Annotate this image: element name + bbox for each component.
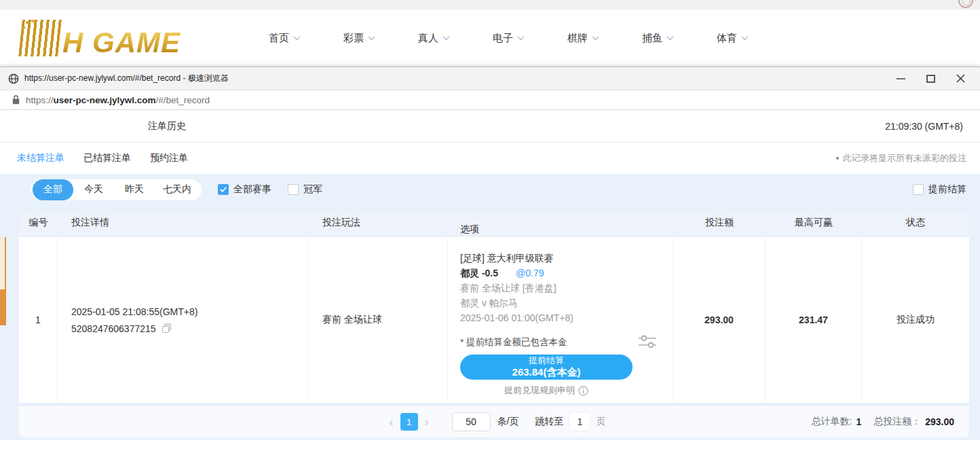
checkbox-all-events[interactable]: 全部赛事 — [218, 183, 271, 196]
checkbox-champion[interactable]: 冠军 — [288, 183, 322, 196]
selection-match-time: 2025-01-06 01:00(GMT+8) — [460, 310, 673, 325]
table-area: 编号 投注详情 投注玩法 选项 投注额 最高可赢 状态 1 2025-01-05… — [0, 205, 980, 440]
close-button[interactable] — [950, 70, 970, 88]
next-page-button[interactable]: › — [418, 416, 436, 428]
url-path: /#/bet_record — [156, 95, 210, 105]
page-size-label: 条/页 — [497, 416, 519, 428]
total-count-value: 1 — [856, 416, 861, 427]
jump-suffix-label: 页 — [596, 416, 605, 428]
nav-label: 真人 — [418, 32, 438, 45]
copy-icon[interactable] — [162, 323, 172, 333]
header-stake: 投注额 — [673, 217, 766, 229]
date-filter-group: 全部 今天 昨天 七天内 — [31, 179, 202, 200]
cell-bet-details: 2025-01-05 21:08:55(GMT+8) 5208247606377… — [58, 237, 309, 403]
sliders-icon — [638, 334, 657, 349]
total-count-label: 总计单数: — [811, 416, 852, 428]
nav-item-cards[interactable]: 棋牌 — [567, 32, 599, 45]
page-number-button[interactable]: 1 — [400, 413, 418, 431]
checkbox-label: 提前结算 — [928, 183, 966, 196]
cell-play-type: 赛前 全场让球 — [309, 237, 448, 403]
checkbox-early-settle[interactable]: 提前结算 — [913, 183, 966, 196]
nav-label: 彩票 — [343, 32, 364, 45]
maximize-button[interactable] — [920, 70, 941, 88]
minimize-icon — [897, 74, 905, 83]
cell-max-win: 231.47 — [766, 237, 862, 403]
url-scheme: https:// — [26, 95, 54, 105]
jump-to-label: 跳转至 — [535, 416, 563, 428]
selection-league: [足球] 意大利甲级联赛 — [460, 251, 673, 266]
logo-graphic — [18, 20, 62, 56]
selection-pick-line: 都灵 -0.5@0.79 — [460, 266, 673, 281]
bullet-dot-icon — [836, 157, 839, 160]
filter-all[interactable]: 全部 — [33, 179, 73, 200]
header-play-type: 投注玩法 — [309, 217, 448, 229]
logo-text: H GAME — [62, 29, 181, 56]
prev-page-button[interactable]: ‹ — [383, 416, 400, 428]
globe-icon — [8, 73, 19, 84]
checkbox-unchecked-icon — [913, 184, 924, 195]
nav-item-live[interactable]: 真人 — [418, 32, 450, 45]
cell-selection: [足球] 意大利甲级联赛 都灵 -0.5@0.79 赛前 全场让球 [香港盘] … — [448, 237, 673, 403]
site-logo[interactable]: H GAME — [20, 20, 224, 56]
nav-label: 首页 — [269, 32, 289, 45]
checkbox-unchecked-icon — [288, 184, 299, 195]
cell-row-number: 1 — [19, 237, 58, 403]
filter-today[interactable]: 今天 — [73, 179, 114, 200]
checkbox-checked-icon — [218, 184, 229, 195]
cashout-button-label: 提前结算 — [529, 356, 564, 366]
nav-item-fishing[interactable]: 捕鱼 — [642, 32, 674, 45]
totals-summary: 总计单数: 1 总投注额： 293.00 — [811, 416, 954, 428]
server-clock: 21:09:30 (GMT+8) — [885, 121, 963, 132]
selection-pick: 都灵 -0.5 — [460, 268, 498, 278]
page-size-input[interactable] — [452, 412, 491, 431]
cashout-rules-text: 提前兑现规则申明 — [504, 384, 575, 397]
chevron-down-icon — [368, 36, 375, 41]
info-icon — [578, 386, 588, 396]
bet-time: 2025-01-05 21:08:55(GMT+8) — [71, 306, 308, 317]
side-widget-ribbon[interactable] — [0, 237, 6, 289]
header-bet-details: 投注详情 — [58, 217, 309, 229]
window-title: https://user-pc-new.jylywl.com/#/bet_rec… — [24, 73, 890, 84]
chevron-down-icon — [442, 36, 450, 41]
nav-label: 棋牌 — [567, 32, 588, 45]
main-nav: 首页 彩票 真人 电子 棋牌 捕鱼 体育 — [269, 32, 791, 45]
cashout-button[interactable]: 提前结算 263.84(含本金) — [460, 355, 633, 380]
filter-seven-days[interactable]: 七天内 — [155, 179, 200, 200]
side-widget-ribbon-bottom[interactable] — [0, 289, 6, 325]
selection-match: 都灵 v 帕尔马 — [460, 295, 673, 310]
nav-item-slots[interactable]: 电子 — [493, 32, 525, 45]
bet-id: 5208247606377215 — [71, 323, 156, 334]
cashout-button-amount: 263.84(含本金) — [512, 366, 581, 378]
browser-titlebar[interactable]: https://user-pc-new.jylywl.com/#/bet_rec… — [0, 67, 980, 90]
chevron-down-icon — [741, 36, 749, 41]
selection-market: 赛前 全场让球 [香港盘] — [460, 281, 673, 295]
nav-item-sports[interactable]: 体育 — [717, 32, 749, 45]
nav-item-lottery[interactable]: 彩票 — [343, 32, 375, 45]
address-bar[interactable]: https://user-pc-new.jylywl.com/#/bet_rec… — [0, 90, 980, 110]
host-top-strip — [0, 0, 980, 10]
jump-page-input[interactable] — [569, 412, 590, 431]
minimize-button[interactable] — [890, 70, 911, 88]
cell-status: 投注成功 — [862, 237, 969, 403]
tabs-row: 未结算注单 已结算注单 预约注单 此记录将显示所有未派彩的投注 — [0, 143, 980, 174]
checkbox-label: 全部赛事 — [233, 183, 271, 196]
chevron-down-icon — [592, 36, 599, 41]
cashout-slider-button[interactable] — [638, 334, 657, 351]
nav-item-home[interactable]: 首页 — [269, 32, 301, 45]
total-stake-label: 总投注额： — [873, 416, 921, 428]
table-footer: ‹ 1 › 条/页 跳转至 页 总计单数: 1 总投注额： 293.00 — [19, 406, 969, 437]
tab-settled[interactable]: 已结算注单 — [83, 152, 131, 164]
filter-yesterday[interactable]: 昨天 — [114, 179, 155, 200]
header-max-win: 最高可赢 — [766, 217, 862, 229]
tab-unsettled[interactable]: 未结算注单 — [17, 152, 64, 164]
chevron-down-icon — [666, 36, 674, 41]
chevron-down-icon — [293, 36, 301, 41]
filter-row: 全部 今天 昨天 七天内 全部赛事 冠军 提前结算 — [0, 174, 980, 205]
cell-stake: 293.00 — [673, 237, 766, 403]
tab-reserved[interactable]: 预约注单 — [150, 152, 188, 164]
page-header: 注单历史 21:09:30 (GMT+8) — [0, 110, 980, 143]
site-header: H GAME 首页 彩票 真人 电子 棋牌 捕鱼 体育 — [0, 10, 980, 67]
cashout-rules-link[interactable]: 提前兑现规则申明 — [460, 384, 633, 397]
page-title: 注单历史 — [148, 120, 186, 132]
nav-label: 捕鱼 — [642, 32, 662, 45]
